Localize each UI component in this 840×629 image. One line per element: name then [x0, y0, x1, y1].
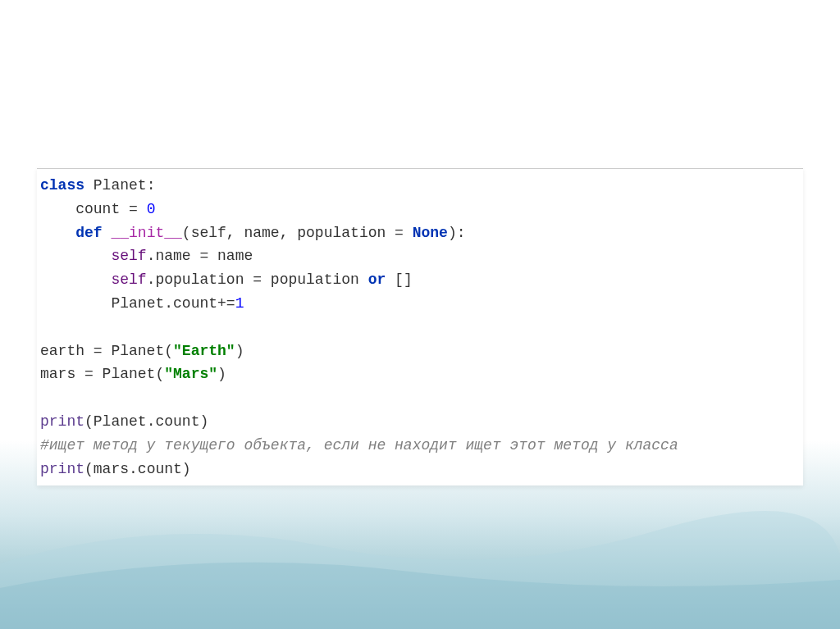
code-line-7	[40, 316, 803, 340]
code-line-11: print(Planet.count)	[40, 410, 803, 434]
slide-container: class Planet: count = 0 def __init__(sel…	[0, 0, 840, 629]
code-block: class Planet: count = 0 def __init__(sel…	[37, 168, 803, 485]
code-line-4: self.name = name	[40, 244, 803, 268]
code-line-2: count = 0	[40, 198, 803, 221]
code-line-3: def __init__(self, name, population = No…	[40, 221, 803, 245]
code-line-12: #ищет метод у текущего объекта, если не …	[40, 434, 803, 458]
code-line-8: earth = Planet("Earth")	[40, 340, 803, 363]
code-line-10	[40, 386, 803, 410]
code-line-13: print(mars.count)	[40, 458, 803, 481]
decorative-wave	[0, 465, 840, 629]
code-line-6: Planet.count+=1	[40, 292, 803, 316]
code-line-5: self.population = population or []	[40, 268, 803, 292]
code-line-1: class Planet:	[40, 174, 803, 198]
code-line-9: mars = Planet("Mars")	[40, 362, 803, 386]
